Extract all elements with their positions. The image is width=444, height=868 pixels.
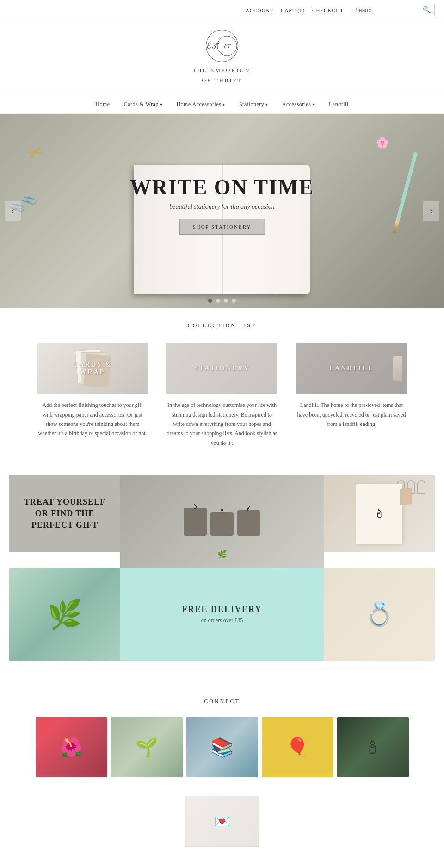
promo-row-1: TREAT YOURSELF OR FIND THE PERFECT GIFT … bbox=[9, 475, 435, 568]
collection-label-landfill: LANDFILL bbox=[296, 365, 407, 372]
search-bar: 🔍 bbox=[351, 4, 435, 16]
connect-heading: CONNECT bbox=[9, 684, 435, 710]
candle-group bbox=[184, 508, 260, 536]
flower-decoration: 🌸 bbox=[376, 137, 388, 149]
promo-treat-cell[interactable]: TREAT YOURSELF OR FIND THE PERFECT GIFT bbox=[9, 475, 120, 552]
hero-background: ✂ 📎📎 🌸 WRITE ON TIME beautiful stationer… bbox=[0, 114, 444, 308]
promo-card-cell[interactable]: 🕯 bbox=[324, 475, 435, 552]
promo-delivery-cell[interactable]: FREE DELIVERY on orders over £35 bbox=[120, 568, 324, 661]
promo-row-2: 🌿 FREE DELIVERY on orders over £35 💍 bbox=[9, 568, 435, 661]
logo-mark: ℰT bbox=[206, 30, 238, 62]
hero-content: WRITE ON TIME beautiful stationery for t… bbox=[130, 176, 314, 235]
instagram-post-3[interactable]: 📚 bbox=[186, 717, 258, 777]
collection-thumb-stationery: STATIONERY bbox=[166, 343, 278, 394]
hero-slider: ✂ 📎📎 🌸 WRITE ON TIME beautiful stationer… bbox=[0, 114, 444, 308]
collection-list: CARDS &WRAP Add the perfect finishing to… bbox=[0, 334, 444, 466]
bottom-partial: 💌 bbox=[0, 791, 444, 847]
promo-section: TREAT YOURSELF OR FIND THE PERFECT GIFT … bbox=[0, 475, 444, 661]
nav-item-home-accessories[interactable]: Home Accessories bbox=[176, 101, 225, 108]
collection-label-cards: CARDS &WRAP bbox=[37, 361, 148, 376]
dot-2[interactable] bbox=[216, 299, 220, 303]
candle-2 bbox=[210, 512, 234, 536]
hero-title: WRITE ON TIME bbox=[130, 176, 314, 200]
instagram-post-4[interactable]: 🎈 bbox=[262, 717, 333, 777]
top-bar: ACCOUNT CART (0) CHECKOUT 🔍 bbox=[0, 0, 444, 20]
clip-3 bbox=[417, 480, 426, 494]
instagram-post-2[interactable]: 🌱 bbox=[111, 717, 183, 777]
hero-dots bbox=[208, 299, 236, 303]
rings-icon: 💍 bbox=[365, 601, 394, 628]
search-icon[interactable]: 🔍 bbox=[423, 6, 431, 14]
delivery-subtitle: on orders over £35 bbox=[201, 617, 243, 624]
instagram-grid: 🌺 🌱 📚 🎈 🕯 bbox=[9, 717, 435, 777]
delivery-title: FREE DELIVERY bbox=[182, 605, 262, 614]
hero-subtitle: beautiful stationery for tha any occasio… bbox=[130, 203, 314, 211]
collection-thumb-landfill: LANDFILL bbox=[296, 343, 407, 394]
collection-label-stationery: STATIONERY bbox=[166, 365, 278, 372]
divider bbox=[18, 670, 426, 670]
candle-1 bbox=[184, 508, 207, 536]
scissors-icon: ✂ bbox=[25, 140, 47, 166]
search-input[interactable] bbox=[355, 7, 420, 13]
dot-1[interactable] bbox=[208, 299, 212, 303]
promo-treat-text: TREAT YOURSELF OR FIND THE PERFECT GIFT bbox=[18, 496, 111, 531]
promo-plants-cell[interactable]: 🌿 bbox=[9, 568, 120, 661]
hero-next-button[interactable]: › bbox=[423, 201, 439, 221]
birthday-card: 🕯 bbox=[356, 484, 402, 544]
logo-text: THE EMPORIUM OF THRIFT bbox=[192, 66, 251, 86]
collection-heading: COLLECTION LIST bbox=[0, 308, 444, 334]
nav-item-home[interactable]: Home bbox=[95, 101, 110, 108]
instagram-post-5[interactable]: 🕯 bbox=[337, 717, 409, 777]
collection-stationery[interactable]: STATIONERY In the age of technology cust… bbox=[166, 343, 278, 448]
pencil-decoration bbox=[393, 152, 418, 233]
instagram-post-1[interactable]: 🌺 bbox=[36, 717, 107, 777]
connect-section: CONNECT 🌺 🌱 📚 🎈 🕯 bbox=[0, 680, 444, 791]
logo-svg: ℰT bbox=[216, 30, 238, 62]
site-header: ℰT THE EMPORIUM OF THRIFT bbox=[0, 20, 444, 95]
hero-prev-button[interactable]: ‹ bbox=[5, 201, 21, 221]
checkout-link[interactable]: CHECKOUT bbox=[312, 7, 344, 13]
collection-thumb-cards: CARDS &WRAP bbox=[37, 343, 148, 394]
account-link[interactable]: ACCOUNT bbox=[246, 7, 273, 13]
nav-item-stationery[interactable]: Stationery bbox=[239, 101, 268, 108]
collection-cards-wrap[interactable]: CARDS &WRAP Add the perfect finishing to… bbox=[37, 343, 148, 448]
leaf-icon: 🌿 bbox=[48, 598, 82, 631]
collection-section: COLLECTION LIST CARDS &WRAP Add the perf… bbox=[0, 308, 444, 466]
collection-desc-cards: Add the perfect finishing touches to you… bbox=[37, 400, 148, 438]
cart-link[interactable]: CART (0) bbox=[281, 7, 305, 13]
nav-item-accessories[interactable]: Accessories bbox=[282, 101, 315, 108]
svg-text:ℰT: ℰT bbox=[223, 43, 231, 50]
nav-item-landfill[interactable]: Landfill bbox=[329, 101, 349, 108]
promo-rings-cell[interactable]: 💍 bbox=[324, 568, 435, 661]
plant-deco: 🌿 bbox=[217, 550, 227, 559]
collection-desc-stationery: In the age of technology customise your … bbox=[166, 400, 278, 448]
collection-desc-landfill: Landfill. The home of the pre-loved item… bbox=[296, 400, 407, 429]
candle-3 bbox=[237, 510, 260, 536]
collection-landfill[interactable]: LANDFILL Landfill. The home of the pre-l… bbox=[296, 343, 407, 448]
bottom-card-preview: 💌 bbox=[185, 796, 259, 847]
hero-cta-button[interactable]: SHOP STATIONERY bbox=[179, 219, 265, 235]
nav-item-cards[interactable]: Cards & Wrap bbox=[124, 101, 163, 108]
main-nav: Home Cards & Wrap Home Accessories Stati… bbox=[0, 95, 444, 114]
promo-candles-cell[interactable]: 🌿 bbox=[120, 475, 324, 568]
dot-3[interactable] bbox=[224, 299, 228, 303]
dot-4[interactable] bbox=[232, 299, 236, 303]
